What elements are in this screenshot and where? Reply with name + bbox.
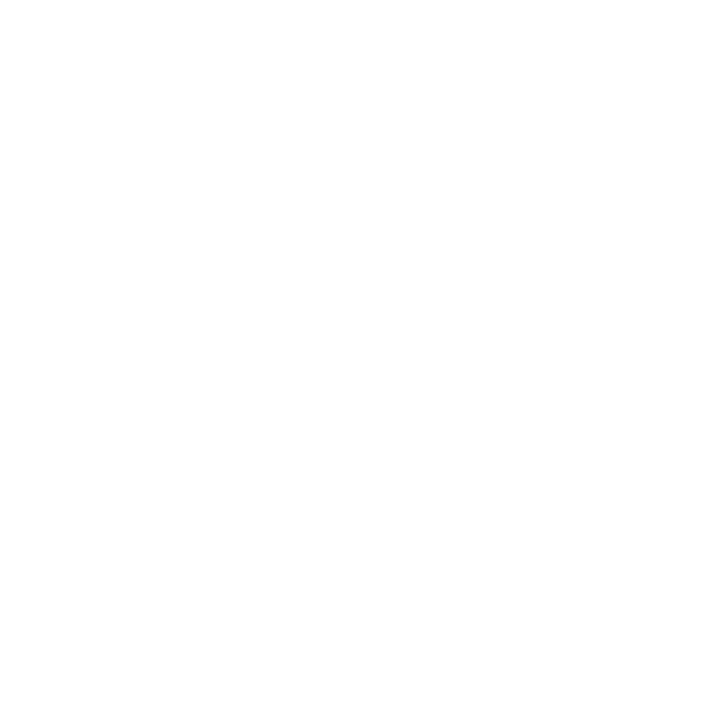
bottleneck-chart [0,0,728,728]
chart-wrap [0,0,728,728]
